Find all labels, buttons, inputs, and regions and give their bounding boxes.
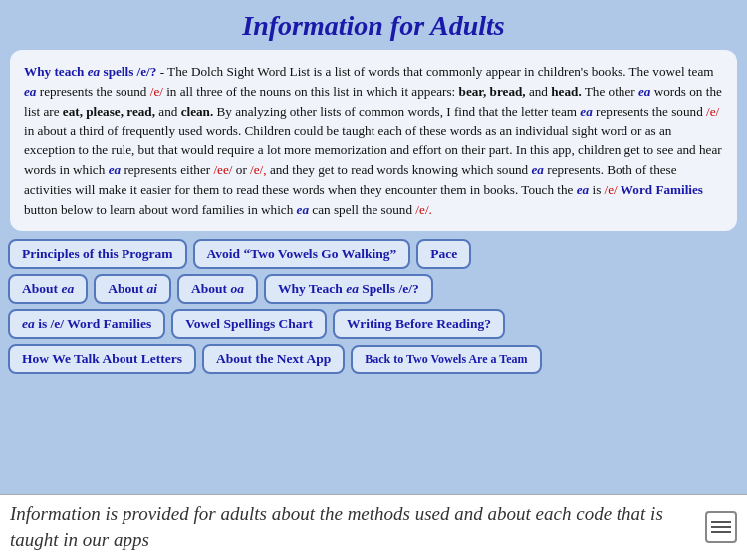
body-text-2: in all three of the nouns on this list i… <box>163 84 459 99</box>
button-row-3: ea is /e/ Word Families Vowel Spellings … <box>8 309 739 339</box>
button-row-2: About ea About ai About oa Why Teach ea … <box>8 274 739 304</box>
body-slash3: /e/ <box>605 182 618 197</box>
body-text-11: and they get to read words knowing which… <box>267 162 532 177</box>
back-to-button[interactable]: Back to Two Vowels Are a Team <box>351 345 541 374</box>
intro-dash: - The Dolch Sight Word List is a list of… <box>156 64 713 79</box>
button-row-4: How We Talk About Letters About the Next… <box>8 344 739 374</box>
word-families-link: Word Families <box>618 182 703 197</box>
body-ea-3: ea <box>580 104 592 119</box>
body-ea-7: ea <box>297 202 309 217</box>
slash-e: /e/, <box>250 162 266 177</box>
about-ai-button[interactable]: About ai <box>94 274 171 304</box>
body-text-1: represents the sound <box>36 84 149 99</box>
body-text-6: and <box>155 104 181 119</box>
body-text-14: can spell the sound <box>309 202 415 217</box>
slash-ee: /ee/ <box>213 162 232 177</box>
word-clean: clean. <box>181 104 214 119</box>
vowel-spellings-button[interactable]: Vowel Spellings Chart <box>171 309 327 339</box>
body-ea-4: ea <box>109 162 121 177</box>
list-icon-line-2 <box>711 526 731 528</box>
word-head: head. <box>551 84 581 99</box>
list-icon-line-1 <box>711 521 731 523</box>
next-app-button[interactable]: About the Next App <box>202 344 345 374</box>
page-title: Information for Adults <box>0 0 747 50</box>
body-ea-2: ea <box>638 84 650 99</box>
intro-bold: Why teach <box>24 64 88 79</box>
word-list: eat, please, read, <box>63 104 155 119</box>
sound-1: /e/ <box>150 84 163 99</box>
pace-button[interactable]: Pace <box>416 239 471 269</box>
list-icon[interactable] <box>705 511 737 543</box>
button-row-1: Principles of this Program Avoid “Two Vo… <box>8 239 739 269</box>
how-talk-button[interactable]: How We Talk About Letters <box>8 344 196 374</box>
main-content-card: Why teach ea spells /e/? - The Dolch Sig… <box>10 50 737 231</box>
about-oa-button[interactable]: About oa <box>177 274 258 304</box>
body-text-10: represents either <box>121 162 213 177</box>
ea-word-families-button[interactable]: ea is /e/ Word Families <box>8 309 165 339</box>
sound-2: /e/ <box>706 104 719 119</box>
writing-button[interactable]: Writing Before Reading? <box>333 309 505 339</box>
body-is: is <box>589 182 604 197</box>
word-bear: bear, bread, <box>459 84 526 99</box>
about-ea-button[interactable]: About ea <box>8 274 88 304</box>
body-ea-1: ea <box>24 84 36 99</box>
bottom-text: Information is provided for adults about… <box>10 501 695 554</box>
slash-e-final: /e/. <box>415 202 431 217</box>
body-text-7: By analyzing other lists of common words… <box>213 104 580 119</box>
bottom-bar: Information is provided for adults about… <box>0 494 747 560</box>
body-ea-5: ea <box>531 162 543 177</box>
nav-buttons-section: Principles of this Program Avoid “Two Vo… <box>0 239 747 374</box>
why-teach-ea-button[interactable]: Why Teach ea Spells /e/? <box>264 274 433 304</box>
list-icon-line-3 <box>711 531 731 533</box>
body-text-8: represents the sound <box>593 104 706 119</box>
body-text-13: button below to learn about word familie… <box>24 202 297 217</box>
avoid-button[interactable]: Avoid “Two Vowels Go Walking” <box>193 239 411 269</box>
intro-ea: ea <box>88 64 100 79</box>
principles-button[interactable]: Principles of this Program <box>8 239 187 269</box>
body-text-3: and <box>526 84 552 99</box>
intro-spells: spells /e/? <box>100 64 156 79</box>
body-ea-6: ea <box>577 182 589 197</box>
body-text-4: The other <box>582 84 638 99</box>
body-or: or <box>233 162 251 177</box>
